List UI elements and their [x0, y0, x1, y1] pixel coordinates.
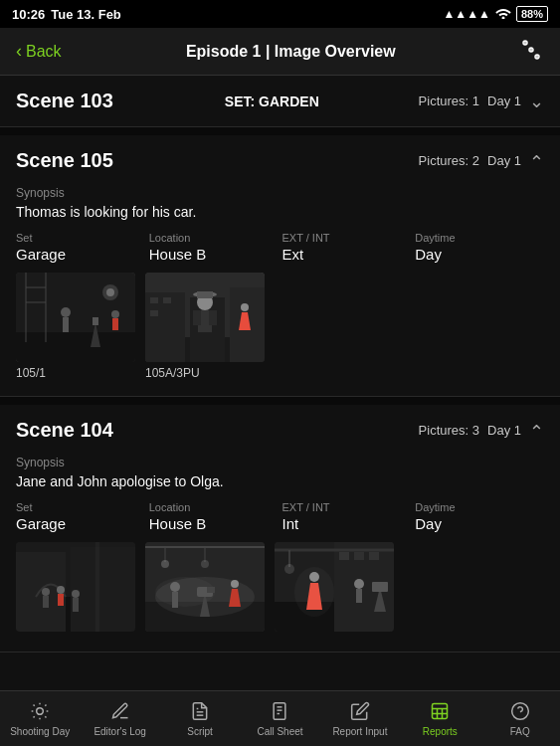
tab-report-input-label: Report Input: [332, 726, 387, 737]
scene-card-103: Scene 103 SET: GARDEN Pictures: 1 Day 1 …: [0, 76, 560, 127]
photo-item-104-2[interactable]: [145, 542, 265, 636]
svg-rect-26: [163, 297, 171, 303]
photo-label-105-2: 105A/3PU: [145, 366, 200, 380]
scene-header-104[interactable]: Scene 104 Pictures: 3 Day 1 ⌄: [0, 405, 560, 456]
svg-rect-68: [369, 552, 379, 560]
scene-104-pictures: Pictures: 3: [419, 423, 479, 438]
scene-104-synopsis-label: Synopsis: [16, 456, 544, 469]
photo-thumb-105-2: [145, 273, 265, 362]
svg-point-14: [61, 307, 71, 317]
svg-line-86: [34, 716, 35, 717]
script-icon: [190, 701, 210, 724]
scene-105-title: Scene 105: [16, 149, 125, 172]
scene-105-daytime-label: Daytime: [415, 232, 544, 244]
page-title: Episode 1 | Image Overview: [186, 43, 396, 61]
svg-rect-27: [150, 310, 158, 316]
photo-thumb-105-1: [16, 273, 135, 362]
scene-104-photos: [16, 542, 544, 636]
scene-105-synopsis-label: Synopsis: [16, 186, 544, 200]
scene-104-body: Synopsis Jane and John apologise to Olga…: [0, 456, 560, 652]
scene-103-pictures: Pictures: 1: [419, 93, 479, 108]
main-content: Scene 103 SET: GARDEN Pictures: 1 Day 1 …: [0, 76, 560, 690]
scene-104-set-label: Set: [16, 501, 145, 513]
status-bar: 10:26 Tue 13. Feb ▲▲▲▲ 88%: [0, 0, 560, 28]
scene-header-103[interactable]: Scene 103 SET: GARDEN Pictures: 1 Day 1 …: [0, 76, 560, 126]
photo-thumb-104-1: [16, 542, 135, 632]
svg-point-69: [354, 579, 364, 589]
photo-item-104-3[interactable]: [275, 542, 394, 636]
scene-105-synopsis-text: Thomas is looking for his car.: [16, 204, 544, 220]
photo-label-105-1: 105/1: [16, 366, 46, 380]
scene-105-meta: Pictures: 2 Day 1: [419, 153, 521, 168]
photo-thumb-104-2: [145, 542, 265, 632]
photo-item-105-2[interactable]: 105A/3PU: [145, 273, 265, 380]
svg-point-78: [284, 564, 294, 574]
tab-report-input[interactable]: Report Input: [320, 695, 400, 743]
scene-card-105: Scene 105 Pictures: 2 Day 1 ⌄ Synopsis T…: [0, 135, 560, 397]
svg-point-79: [37, 707, 44, 714]
svg-rect-70: [356, 589, 362, 603]
scene-divider-1: [0, 127, 560, 135]
tab-call-sheet[interactable]: Call Sheet: [240, 695, 319, 743]
tab-editors-log[interactable]: Editor's Log: [80, 695, 159, 743]
svg-line-82: [34, 704, 35, 705]
scene-header-105[interactable]: Scene 105 Pictures: 2 Day 1 ⌄: [0, 135, 560, 186]
photo-item-105-1[interactable]: 105/1: [16, 273, 135, 380]
tab-shooting-day[interactable]: Shooting Day: [0, 695, 80, 743]
scene-105-location-value: House B: [149, 246, 279, 263]
scene-105-day: Day 1: [487, 153, 521, 168]
svg-rect-30: [197, 291, 213, 298]
svg-rect-55: [172, 592, 178, 608]
scene-103-day: Day 1: [487, 93, 521, 108]
scene-104-synopsis-text: Jane and John apologise to Olga.: [16, 473, 544, 489]
scene-105-location-label: Location: [149, 232, 279, 244]
faq-icon: [510, 701, 530, 724]
call-sheet-icon: [270, 701, 289, 724]
svg-rect-7: [16, 332, 135, 362]
scene-105-daytime-value: Day: [415, 246, 544, 263]
scene-105-body: Synopsis Thomas is looking for his car. …: [0, 186, 560, 396]
svg-rect-25: [150, 297, 158, 303]
tab-script[interactable]: Script: [160, 695, 240, 743]
svg-point-34: [241, 303, 249, 311]
tab-shooting-day-label: Shooting Day: [10, 726, 70, 737]
photo-item-104-1[interactable]: [16, 542, 135, 636]
svg-point-18: [111, 310, 119, 318]
tab-reports-label: Reports: [423, 726, 458, 737]
scene-104-location-label: Location: [149, 501, 279, 513]
svg-rect-46: [95, 542, 99, 632]
tab-faq[interactable]: FAQ: [480, 695, 560, 743]
scene-104-meta-grid: Set Garage Location House B EXT / INT In…: [16, 501, 544, 532]
scene-105-extint-value: Ext: [282, 246, 412, 263]
tab-editors-log-label: Editor's Log: [93, 726, 146, 737]
scene-104-daytime-label: Daytime: [415, 501, 544, 513]
back-button[interactable]: ‹ Back: [16, 41, 62, 62]
svg-rect-43: [58, 594, 64, 606]
svg-point-17: [106, 288, 114, 296]
scene-103-title: Scene 103: [16, 90, 125, 112]
filter-button[interactable]: [520, 38, 544, 66]
scene-104-chevron-icon: ⌄: [529, 420, 544, 442]
reports-icon: [430, 701, 450, 724]
scene-104-title: Scene 104: [16, 419, 125, 442]
scene-105-pictures: Pictures: 2: [419, 153, 479, 168]
scene-card-104: Scene 104 Pictures: 3 Day 1 ⌄ Synopsis J…: [0, 405, 560, 653]
scene-104-set-value: Garage: [16, 515, 145, 532]
shooting-day-icon: [30, 701, 50, 724]
status-date: Tue 13. Feb: [51, 7, 121, 22]
back-chevron-icon: ‹: [16, 41, 22, 62]
svg-rect-72: [372, 582, 388, 592]
scene-103-chevron-icon: ⌄: [529, 91, 544, 112]
report-input-icon: [350, 701, 370, 724]
svg-rect-67: [354, 552, 364, 560]
svg-line-83: [46, 716, 47, 717]
editors-log-icon: [110, 701, 130, 724]
scene-103-meta: Pictures: 1 Day 1: [419, 93, 521, 108]
svg-point-62: [201, 560, 209, 568]
tab-reports[interactable]: Reports: [400, 695, 479, 743]
scene-104-extint-label: EXT / INT: [282, 501, 412, 513]
svg-point-44: [72, 590, 80, 598]
tab-call-sheet-label: Call Sheet: [257, 726, 302, 737]
scene-104-location-value: House B: [149, 515, 279, 532]
scene-104-day: Day 1: [487, 423, 521, 438]
